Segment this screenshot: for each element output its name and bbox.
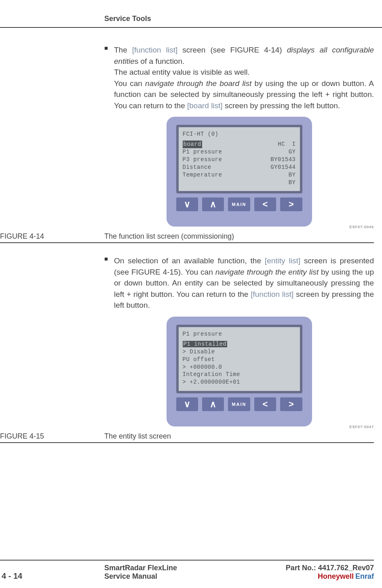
text: s of a function. [135, 57, 185, 65]
screen-cell-right: BY [289, 179, 296, 187]
para-2-text: On selection of an available function, t… [114, 255, 374, 311]
screen-row: P3 pressureBY01543 [183, 156, 296, 164]
screen-line: > +000000.0 [183, 363, 296, 371]
bullet-para-2: ■ On selection of an available function,… [104, 255, 374, 311]
section-title: Service Tools [104, 15, 151, 23]
screen-row: boardHC I [183, 141, 296, 148]
figure-label: FIGURE 4-14 [0, 232, 104, 241]
figure-caption: The entity list screen [104, 432, 374, 441]
screen-title: P1 pressure [183, 330, 296, 338]
figure-caption: The function list screen (commissioning) [104, 232, 374, 241]
up-button[interactable]: ∧ [202, 397, 224, 411]
text: On selection of an available function, t… [114, 256, 265, 265]
screen-title: FCI-HT (0) [183, 130, 296, 138]
text: screen (see FIGURE 4-14) [177, 46, 287, 54]
screen-cell-left: Temperature [183, 171, 222, 179]
figure-label: FIGURE 4-15 [0, 432, 104, 441]
right-button[interactable]: > [280, 397, 302, 411]
screen-bezel: P1 pressure P1 installed> DisablePU offs… [176, 325, 302, 393]
main-label: MAIN [232, 202, 246, 207]
lcd-screen: P1 pressure P1 installed> DisablePU offs… [179, 327, 300, 391]
link-board-list: [board list] [187, 101, 223, 110]
screen-row: P1 pressureGY [183, 148, 296, 156]
bullet-icon: ■ [104, 44, 114, 111]
screen-cell-right: GY01544 [270, 164, 295, 171]
page-number: 4 - 14 [0, 571, 104, 581]
up-icon: ∧ [210, 199, 216, 210]
screen-line: PU offset [183, 356, 296, 363]
screen-bezel: FCI-HT (0) boardHC IP1 pressureGYP3 pres… [176, 125, 302, 193]
text-italic: navigate through the board list [145, 79, 251, 88]
footer-title-2: Service Manual [104, 572, 286, 581]
text: The actual entity value is visible as we… [114, 68, 250, 76]
up-button[interactable]: ∧ [202, 197, 224, 211]
link-function-list-2: [function list] [251, 290, 293, 298]
device-fig-4-14: FCI-HT (0) boardHC IP1 pressureGYP3 pres… [167, 117, 312, 227]
right-icon: > [289, 199, 294, 210]
brand-honeywell: Honeywell [318, 572, 354, 580]
main-label: MAIN [232, 402, 246, 407]
screen-cell-right: GY [289, 148, 296, 156]
screen-line: P1 installed [183, 340, 296, 348]
screen-cell-right: HC I [278, 141, 296, 148]
up-icon: ∧ [210, 399, 216, 410]
link-function-list: [function list] [132, 46, 177, 54]
screen-cell-right: BY [289, 171, 296, 179]
text-italic: navigate through the entity list [215, 268, 319, 276]
text: You can [114, 79, 145, 88]
main-button[interactable]: MAIN [228, 197, 250, 211]
down-icon: ∨ [184, 399, 190, 410]
left-icon: < [262, 399, 268, 410]
screen-cell-right: BY01543 [270, 156, 295, 164]
right-button[interactable]: > [280, 197, 302, 211]
device-fig-4-15: P1 pressure P1 installed> DisablePU offs… [167, 317, 312, 426]
screen-cell-left: board [183, 141, 203, 148]
screen-row: BY [183, 179, 296, 187]
left-button[interactable]: < [254, 197, 276, 211]
part-number: Part No.: 4417.762_Rev07 [286, 564, 374, 572]
brand-enraf: Enraf [355, 572, 374, 580]
link-entity-list: [entity list] [265, 256, 300, 265]
bullet-icon: ■ [104, 255, 114, 311]
left-icon: < [262, 199, 268, 210]
figure-4-15-caption-row: FIGURE 4-15 The entity list screen [0, 432, 374, 443]
figure-4-14-caption-row: FIGURE 4-14 The function list screen (co… [0, 232, 374, 243]
screen-cell-left: P1 pressure [183, 148, 222, 156]
page-header: Service Tools [0, 15, 382, 28]
screen-cell-left: Distance [183, 164, 211, 171]
down-button[interactable]: ∨ [176, 197, 198, 211]
bullet-para-1: ■ The [function list] screen (see FIGURE… [104, 44, 374, 111]
footer-center: SmartRadar FlexLine Service Manual [104, 564, 286, 581]
keypad: ∨ ∧ MAIN < > [176, 197, 302, 211]
screen-row: TemperatureBY [183, 171, 296, 179]
main-button[interactable]: MAIN [228, 397, 250, 411]
page-content: ■ The [function list] screen (see FIGURE… [104, 44, 374, 455]
right-icon: > [289, 399, 294, 410]
para-1-text: The [function list] screen (see FIGURE 4… [114, 44, 374, 111]
left-button[interactable]: < [254, 397, 276, 411]
text: The [114, 46, 132, 54]
footer-right: Part No.: 4417.762_Rev07 HoneywellEnraf [286, 564, 374, 581]
screen-line: Integration Time [183, 371, 296, 378]
footer-title-1: SmartRadar FlexLine [104, 564, 286, 572]
keypad: ∨ ∧ MAIN < > [176, 397, 302, 411]
text: screen by pressing the left button. [223, 101, 340, 110]
down-button[interactable]: ∨ [176, 397, 198, 411]
screen-line: > Disable [183, 348, 296, 356]
down-icon: ∨ [184, 199, 190, 210]
screen-cell-left: P3 pressure [183, 156, 222, 164]
screen-row: DistanceGY01544 [183, 164, 296, 171]
brand: HoneywellEnraf [286, 572, 374, 581]
page-footer: 4 - 14 SmartRadar FlexLine Service Manua… [0, 560, 374, 581]
lcd-screen: FCI-HT (0) boardHC IP1 pressureGYP3 pres… [179, 127, 300, 191]
screen-line: > +2.0000000E+01 [183, 378, 296, 386]
